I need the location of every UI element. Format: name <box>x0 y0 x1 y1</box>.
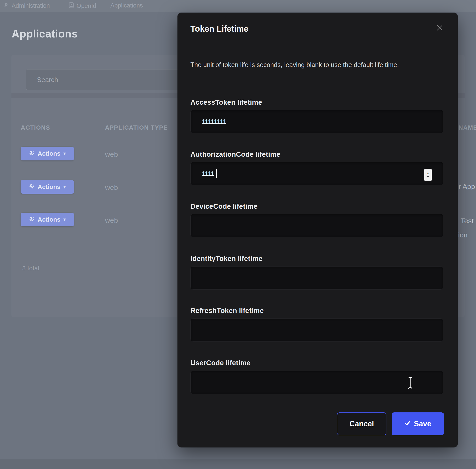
actions-button-label: Actions <box>38 216 61 223</box>
field-label-refreshtoken: RefreshToken lifetime <box>190 306 264 315</box>
field-devicecode <box>190 214 443 237</box>
check-icon <box>404 419 411 428</box>
modal-title: Token Lifetime <box>190 24 248 34</box>
usercode-lifetime-input[interactable] <box>190 371 443 394</box>
cell-application-type: web <box>105 216 118 224</box>
devicecode-lifetime-input[interactable] <box>190 214 443 237</box>
spinner-down-icon[interactable]: ▼ <box>427 175 430 178</box>
nav-item-label: Administration <box>12 2 50 9</box>
field-label-authorizationcode: AuthorizationCode lifetime <box>190 150 280 158</box>
field-usercode <box>190 371 443 394</box>
wrench-icon <box>3 2 9 9</box>
gear-icon <box>29 183 35 191</box>
identitytoken-lifetime-input[interactable] <box>190 266 443 290</box>
column-header-actions: ACTIONS <box>21 124 50 131</box>
save-button[interactable]: Save <box>392 412 444 435</box>
cell-application-type: web <box>105 184 118 192</box>
actions-button-label: Actions <box>38 150 61 157</box>
number-spinner[interactable]: ▲ ▼ <box>424 169 432 181</box>
gear-icon <box>29 216 35 223</box>
field-refreshtoken <box>190 318 443 342</box>
cell-application-type: web <box>105 150 118 158</box>
accesstoken-lifetime-input[interactable] <box>190 110 443 133</box>
gear-icon <box>29 150 35 157</box>
top-nav-bar: Administration OpenId Applications <box>0 0 476 12</box>
row-actions-button[interactable]: Actions ▾ <box>21 213 74 226</box>
nav-item-openid[interactable]: OpenId <box>69 2 96 10</box>
ibeam-cursor <box>407 376 414 390</box>
row-actions-button[interactable]: Actions ▾ <box>21 147 74 160</box>
field-identitytoken <box>190 266 443 290</box>
nav-item-administration[interactable]: Administration <box>3 2 50 9</box>
field-accesstoken <box>190 110 443 133</box>
refreshtoken-lifetime-input[interactable] <box>190 318 443 342</box>
row-actions-button[interactable]: Actions ▾ <box>21 180 74 194</box>
column-header-application-type: APPLICATION TYPE <box>105 124 168 131</box>
name-cell-fragment: ion <box>458 231 467 239</box>
nav-item-label: Applications <box>110 2 143 9</box>
column-header-name-partial: NAME <box>459 124 476 131</box>
screen: Administration OpenId Applications Appli… <box>0 0 476 469</box>
chevron-down-icon: ▾ <box>63 184 66 190</box>
spinner-up-icon[interactable]: ▲ <box>427 172 430 175</box>
nav-item-label: OpenId <box>77 2 96 9</box>
page-title: Applications <box>12 28 78 40</box>
field-label-identitytoken: IdentityToken lifetime <box>190 254 263 263</box>
name-cell-fragment: r App <box>459 183 475 191</box>
nav-item-applications[interactable]: Applications <box>110 2 143 9</box>
total-count-label: 3 total <box>22 265 39 272</box>
save-button-label: Save <box>414 419 431 428</box>
field-label-usercode: UserCode lifetime <box>190 359 251 367</box>
authorizationcode-lifetime-input[interactable] <box>190 162 443 185</box>
cancel-button-label: Cancel <box>349 419 374 428</box>
field-label-devicecode: DeviceCode lifetime <box>190 202 257 210</box>
name-cell-fragment: Test <box>461 217 474 225</box>
field-authorizationcode: ▲ ▼ <box>190 162 443 185</box>
text-caret <box>216 169 217 178</box>
chevron-down-icon: ▾ <box>63 151 66 156</box>
modal-description: The unit of token life is seconds, leavi… <box>190 60 444 70</box>
id-card-icon <box>69 2 74 10</box>
field-label-accesstoken: AccessToken lifetime <box>190 98 262 106</box>
cancel-button[interactable]: Cancel <box>337 412 386 435</box>
footer-strip <box>0 459 476 469</box>
token-lifetime-modal: Token Lifetime The unit of token life is… <box>177 13 458 447</box>
chevron-down-icon: ▾ <box>63 217 66 222</box>
close-icon[interactable] <box>434 23 445 33</box>
actions-button-label: Actions <box>38 183 61 190</box>
